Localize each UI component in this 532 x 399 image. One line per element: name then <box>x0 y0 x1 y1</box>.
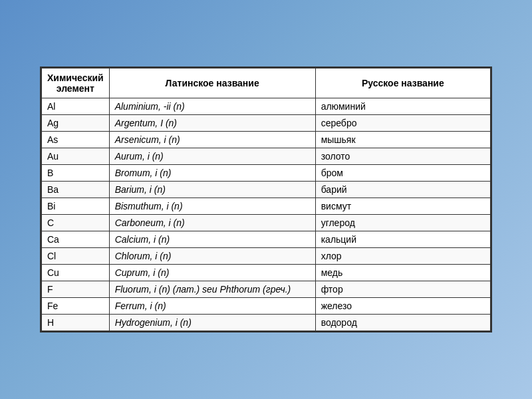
cell-russian: водород <box>315 315 490 331</box>
cell-symbol: Ba <box>42 182 110 198</box>
cell-symbol: Cl <box>42 248 110 265</box>
chemistry-table-container: Химический элемент Латинское название Ру… <box>40 66 492 332</box>
cell-russian: бром <box>315 165 490 182</box>
table-row: CaCalcium, i (n)кальций <box>42 231 491 248</box>
table-row: CuCuprum, i (n)медь <box>42 265 491 281</box>
table-row: BaBarium, i (n)барий <box>42 182 491 198</box>
cell-latin: Calcium, i (n) <box>109 231 315 248</box>
table-row: AlAluminium, -ii (n)алюминий <box>42 98 491 115</box>
header-latin: Латинское название <box>109 68 315 98</box>
cell-latin: Hydrogenium, i (n) <box>109 315 315 331</box>
cell-symbol: Au <box>42 148 110 165</box>
cell-symbol: B <box>42 165 110 182</box>
cell-symbol: Ca <box>42 231 110 248</box>
cell-russian: хлор <box>315 248 490 265</box>
cell-symbol: Bi <box>42 198 110 215</box>
cell-latin: Aurum, i (n) <box>109 148 315 165</box>
table-row: BBromum, i (n)бром <box>42 165 491 182</box>
cell-latin: Carboneum, i (n) <box>109 215 315 231</box>
table-row: FeFerrum, i (n)железо <box>42 298 491 315</box>
cell-russian: углерод <box>315 215 490 231</box>
cell-symbol: Ag <box>42 115 110 132</box>
cell-russian: барий <box>315 182 490 198</box>
chemistry-table: Химический элемент Латинское название Ру… <box>41 68 491 331</box>
cell-russian: кальций <box>315 231 490 248</box>
cell-symbol: As <box>42 132 110 148</box>
table-row: BiBismuthum, i (n)висмут <box>42 198 491 215</box>
cell-russian: алюминий <box>315 98 490 115</box>
cell-latin: Argentum, I (n) <box>109 115 315 132</box>
cell-russian: серебро <box>315 115 490 132</box>
cell-symbol: Al <box>42 98 110 115</box>
cell-symbol: Cu <box>42 265 110 281</box>
cell-latin: Ferrum, i (n) <box>109 298 315 315</box>
table-row: AsArsenicum, i (n)мышьяк <box>42 132 491 148</box>
cell-russian: мышьяк <box>315 132 490 148</box>
cell-latin: Barium, i (n) <box>109 182 315 198</box>
table-header-row: Химический элемент Латинское название Ру… <box>42 68 491 98</box>
cell-russian: медь <box>315 265 490 281</box>
table-row: AgArgentum, I (n)серебро <box>42 115 491 132</box>
cell-symbol: C <box>42 215 110 231</box>
cell-latin: Aluminium, -ii (n) <box>109 98 315 115</box>
cell-symbol: H <box>42 315 110 331</box>
table-row: CCarboneum, i (n)углерод <box>42 215 491 231</box>
table-row: FFluorum, i (n) (лат.) seu Phthorum (гре… <box>42 281 491 298</box>
cell-latin: Bismuthum, i (n) <box>109 198 315 215</box>
cell-symbol: Fe <box>42 298 110 315</box>
cell-russian: фтор <box>315 281 490 298</box>
cell-symbol: F <box>42 281 110 298</box>
table-row: ClChlorum, i (n)хлор <box>42 248 491 265</box>
cell-latin: Fluorum, i (n) (лат.) seu Phthorum (греч… <box>109 281 315 298</box>
header-symbol: Химический элемент <box>42 68 110 98</box>
cell-russian: железо <box>315 298 490 315</box>
cell-latin: Cuprum, i (n) <box>109 265 315 281</box>
header-russian: Русское название <box>315 68 490 98</box>
cell-russian: висмут <box>315 198 490 215</box>
cell-russian: золото <box>315 148 490 165</box>
cell-latin: Arsenicum, i (n) <box>109 132 315 148</box>
cell-latin: Bromum, i (n) <box>109 165 315 182</box>
cell-latin: Chlorum, i (n) <box>109 248 315 265</box>
table-row: AuAurum, i (n)золото <box>42 148 491 165</box>
table-row: HHydrogenium, i (n)водород <box>42 315 491 331</box>
